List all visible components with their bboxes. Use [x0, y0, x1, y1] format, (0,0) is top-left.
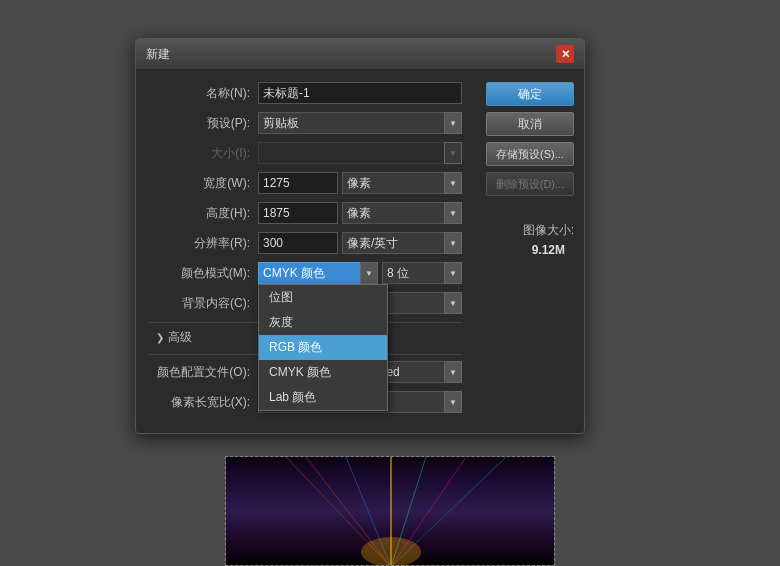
- width-unit-select[interactable]: 像素: [342, 172, 462, 194]
- dropdown-item-cmyk[interactable]: CMYK 颜色: [259, 360, 387, 385]
- button-area: 确定 取消 存储预设(S)... 删除预设(D)... 图像大小: 9.12M: [474, 82, 584, 421]
- resolution-label: 分辨率(R):: [148, 235, 258, 252]
- advanced-toggle-icon[interactable]: ❯: [156, 332, 164, 343]
- color-mode-arrow: ▼: [360, 262, 378, 284]
- resolution-unit-select[interactable]: 像素/英寸: [342, 232, 462, 254]
- bg-content-label: 背景内容(C):: [148, 295, 258, 312]
- svg-point-7: [361, 537, 421, 566]
- dropdown-item-bitmap[interactable]: 位图: [259, 285, 387, 310]
- resolution-unit-wrapper: 像素/英寸 ▼: [342, 232, 462, 254]
- color-mode-area: CMYK 颜色 ▼ 位图 灰度 RGB 颜色 CMYK 颜色 Lab 颜色: [258, 262, 462, 284]
- image-size-value: 9.12M: [523, 243, 574, 257]
- name-input[interactable]: [258, 82, 462, 104]
- color-mode-label: 颜色模式(M):: [148, 265, 258, 282]
- dropdown-item-gray[interactable]: 灰度: [259, 310, 387, 335]
- color-mode-select-wrapper: CMYK 颜色 ▼ 位图 灰度 RGB 颜色 CMYK 颜色 Lab 颜色: [258, 262, 378, 284]
- bit-depth-wrapper: 8 位 16 位 32 位 ▼: [382, 262, 462, 284]
- color-mode-value: CMYK 颜色: [263, 265, 325, 282]
- preset-select-wrapper: 剪贴板 ▼: [258, 112, 462, 134]
- preset-row: 预设(P): 剪贴板 ▼: [148, 112, 462, 134]
- height-row: 高度(H): 像素 ▼: [148, 202, 462, 224]
- form-area: 名称(N): 预设(P): 剪贴板 ▼ 大小(I):: [136, 82, 474, 421]
- dropdown-item-lab[interactable]: Lab 颜色: [259, 385, 387, 410]
- image-size-label: 图像大小:: [523, 222, 574, 239]
- new-document-dialog: 新建 ✕ 名称(N): 预设(P): 剪贴板 ▼ 大小: [135, 38, 585, 434]
- width-unit-wrapper: 像素 ▼: [342, 172, 462, 194]
- ok-button[interactable]: 确定: [486, 82, 574, 106]
- dialog-title: 新建: [146, 46, 170, 63]
- cancel-button[interactable]: 取消: [486, 112, 574, 136]
- preset-select[interactable]: 剪贴板: [258, 112, 462, 134]
- image-size-section: 图像大小: 9.12M: [523, 222, 574, 257]
- advanced-label: 高级: [168, 329, 192, 346]
- size-row: 大小(I): ▼: [148, 142, 462, 164]
- size-select[interactable]: [258, 142, 462, 164]
- pixel-ratio-label: 像素长宽比(X):: [148, 394, 258, 411]
- bit-depth-select[interactable]: 8 位 16 位 32 位: [382, 262, 462, 284]
- dialog-body: 名称(N): 预设(P): 剪贴板 ▼ 大小(I):: [136, 70, 584, 433]
- height-label: 高度(H):: [148, 205, 258, 222]
- dropdown-item-rgb[interactable]: RGB 颜色: [259, 335, 387, 360]
- width-row: 宽度(W): 像素 ▼: [148, 172, 462, 194]
- width-input[interactable]: [258, 172, 338, 194]
- preset-label: 预设(P):: [148, 115, 258, 132]
- resolution-input[interactable]: [258, 232, 338, 254]
- height-input[interactable]: [258, 202, 338, 224]
- color-profile-label: 颜色配置文件(O):: [148, 364, 258, 381]
- dialog-titlebar: 新建 ✕: [136, 39, 584, 70]
- color-mode-dropdown: 位图 灰度 RGB 颜色 CMYK 颜色 Lab 颜色: [258, 284, 388, 411]
- name-label: 名称(N):: [148, 85, 258, 102]
- size-label: 大小(I):: [148, 145, 258, 162]
- delete-preset-button[interactable]: 删除预设(D)...: [486, 172, 574, 196]
- width-label: 宽度(W):: [148, 175, 258, 192]
- resolution-row: 分辨率(R): 像素/英寸 ▼: [148, 232, 462, 254]
- height-unit-wrapper: 像素 ▼: [342, 202, 462, 224]
- name-row: 名称(N):: [148, 82, 462, 104]
- color-mode-row: 颜色模式(M): CMYK 颜色 ▼ 位图 灰度 RGB 颜色 CMY: [148, 262, 462, 284]
- height-unit-select[interactable]: 像素: [342, 202, 462, 224]
- size-select-wrapper: ▼: [258, 142, 462, 164]
- close-button[interactable]: ✕: [556, 45, 574, 63]
- save-preset-button[interactable]: 存储预设(S)...: [486, 142, 574, 166]
